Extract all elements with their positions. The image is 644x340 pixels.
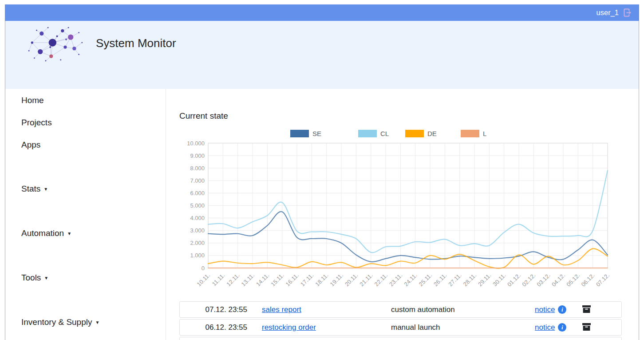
- svg-text:30.11.: 30.11.: [491, 272, 507, 288]
- app-header: System Monitor: [5, 21, 639, 89]
- svg-text:5.000: 5.000: [190, 202, 205, 209]
- notice-link[interactable]: notice: [535, 323, 555, 332]
- legend-item-se[interactable]: SE: [290, 130, 321, 137]
- topbar: user_1: [5, 4, 639, 21]
- svg-text:17.11.: 17.11.: [299, 272, 315, 288]
- app-title: System Monitor: [96, 36, 176, 50]
- legend-label: CL: [380, 130, 389, 137]
- sidebar-item-automation[interactable]: Automation▼: [21, 228, 71, 238]
- app-window: user_1: [0, 0, 644, 340]
- table-row: 06.12. 23:55 restocking order manual lau…: [179, 319, 622, 336]
- sidebar-item-label: Stats: [21, 184, 40, 193]
- svg-text:22.11.: 22.11.: [373, 272, 389, 288]
- svg-text:27.11.: 27.11.: [447, 272, 462, 288]
- sidebar-item-stats[interactable]: Stats▼: [21, 184, 48, 194]
- run-time: 06.12. 23:55: [198, 323, 247, 332]
- svg-text:21.11.: 21.11.: [358, 272, 374, 288]
- table-row: [179, 337, 622, 340]
- legend-label: DE: [427, 130, 437, 137]
- svg-text:26.11.: 26.11.: [432, 272, 448, 288]
- svg-text:13.11.: 13.11.: [240, 272, 256, 288]
- launch-mode: custom automation: [391, 305, 455, 314]
- legend-item-de[interactable]: DE: [405, 130, 437, 137]
- main-content: Current state SE CL DE L 01.0002.0003.00…: [166, 89, 639, 340]
- svg-text:25.11.: 25.11.: [418, 272, 433, 288]
- svg-text:12.11.: 12.11.: [225, 272, 241, 288]
- archive-button[interactable]: [582, 323, 591, 332]
- run-time: 07.12. 23:55: [198, 305, 247, 314]
- svg-text:2.000: 2.000: [190, 240, 205, 246]
- sidebar-item-label: Inventory & Supply: [21, 317, 92, 327]
- svg-text:18.11.: 18.11.: [314, 272, 329, 288]
- username: user_1: [597, 8, 619, 17]
- sidebar-item-inventory-supply[interactable]: Inventory & Supply▼: [21, 317, 99, 327]
- sidebar-item-label: Home: [21, 96, 44, 105]
- chevron-down-icon: ▼: [43, 187, 48, 192]
- svg-text:0: 0: [201, 265, 205, 272]
- svg-text:01.12.: 01.12.: [506, 272, 522, 288]
- sidebar-item-label: Automation: [21, 228, 64, 238]
- legend-swatch: [405, 130, 424, 137]
- sidebar-item-label: Projects: [21, 118, 52, 127]
- archive-button[interactable]: [582, 305, 591, 315]
- sidebar-item-home[interactable]: Home: [21, 96, 44, 105]
- svg-text:4.000: 4.000: [190, 215, 205, 221]
- info-icon[interactable]: i: [558, 323, 566, 332]
- logout-icon[interactable]: [623, 8, 633, 18]
- chevron-down-icon: ▼: [95, 320, 99, 325]
- svg-text:24.11.: 24.11.: [403, 272, 418, 288]
- svg-text:02.12.: 02.12.: [521, 272, 537, 288]
- legend-label: SE: [312, 130, 321, 137]
- archive-icon: [582, 323, 591, 331]
- svg-text:7.000: 7.000: [190, 177, 205, 184]
- report-link[interactable]: restocking order: [262, 323, 316, 332]
- svg-text:8.000: 8.000: [190, 165, 205, 172]
- svg-text:1.000: 1.000: [190, 252, 205, 259]
- legend-item-l[interactable]: L: [461, 130, 486, 137]
- svg-text:20.11.: 20.11.: [344, 272, 359, 288]
- table-row: 07.12. 23:55 sales report custom automat…: [179, 301, 622, 318]
- legend-swatch: [290, 130, 309, 137]
- app-frame: user_1: [5, 4, 639, 340]
- svg-text:03.12.: 03.12.: [536, 272, 552, 288]
- svg-text:9.000: 9.000: [190, 152, 205, 159]
- svg-text:11.11.: 11.11.: [211, 272, 226, 288]
- sidebar-item-apps[interactable]: Apps: [21, 140, 40, 150]
- svg-text:10.000: 10.000: [187, 140, 205, 147]
- svg-text:10.11.: 10.11.: [196, 272, 211, 288]
- section-title: Current state: [179, 111, 228, 121]
- sidebar-item-label: Apps: [21, 140, 40, 149]
- legend-item-cl[interactable]: CL: [358, 130, 389, 137]
- svg-text:19.11.: 19.11.: [329, 272, 344, 288]
- archive-icon: [582, 305, 591, 313]
- line-chart: 01.0002.0003.0004.0005.0006.0007.0008.00…: [179, 139, 622, 296]
- sidebar: Home Projects Apps Stats▼ Automation▼ To…: [5, 89, 165, 340]
- sidebar-item-label: Tools: [21, 273, 41, 282]
- svg-text:23.11.: 23.11.: [388, 272, 403, 288]
- legend-swatch: [358, 130, 377, 137]
- chevron-down-icon: ▼: [44, 276, 48, 280]
- report-link[interactable]: sales report: [262, 305, 301, 314]
- info-icon[interactable]: i: [558, 305, 566, 314]
- svg-text:15.11.: 15.11.: [269, 272, 285, 288]
- notice-link[interactable]: notice: [535, 305, 555, 314]
- svg-text:29.11.: 29.11.: [477, 272, 492, 288]
- svg-text:04.12.: 04.12.: [550, 272, 566, 288]
- legend-label: L: [483, 130, 486, 137]
- svg-text:3.000: 3.000: [190, 227, 205, 234]
- legend-swatch: [461, 130, 479, 137]
- svg-text:28.11.: 28.11.: [462, 272, 478, 288]
- svg-text:05.12.: 05.12.: [565, 272, 581, 288]
- svg-text:07.12.: 07.12.: [595, 272, 611, 288]
- sidebar-item-tools[interactable]: Tools▼: [21, 273, 48, 283]
- svg-text:06.12.: 06.12.: [580, 272, 596, 288]
- logo-network-icon: [25, 24, 87, 65]
- svg-text:16.11.: 16.11.: [284, 272, 300, 288]
- svg-text:14.11.: 14.11.: [255, 272, 270, 288]
- chevron-down-icon: ▼: [67, 231, 71, 236]
- sidebar-item-projects[interactable]: Projects: [21, 118, 52, 128]
- svg-text:6.000: 6.000: [190, 190, 205, 196]
- launch-mode: manual launch: [391, 323, 440, 332]
